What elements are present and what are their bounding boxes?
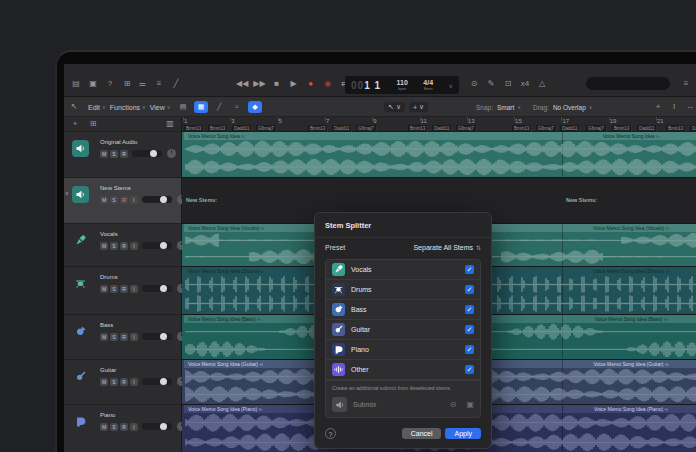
track-header-bass[interactable]: BassMSRI [64,315,181,360]
track-header-new-stems[interactable]: ∨New StemsMSRI [64,178,181,224]
count-in-icon[interactable]: ⊡ [502,77,514,91]
remove-submix-icon[interactable]: ⊖ [450,400,457,409]
stem-checkbox[interactable]: ✓ [465,325,474,334]
chord-marker[interactable]: Dadd11 [690,125,696,132]
solo-button[interactable]: S [110,423,118,431]
track-header-original-audio[interactable]: Original AudioMSR [64,132,181,178]
mute-button[interactable]: M [100,242,108,250]
lcd-display[interactable]: 001 1 110bpm 4/4Bmin ∨ [345,76,459,94]
volume-knob[interactable] [160,242,167,249]
volume-slider[interactable] [142,423,172,430]
mute-button[interactable]: M [100,333,108,341]
chord-marker[interactable]: G6maj7 [586,125,607,132]
capture-record-button[interactable]: ◉ [322,77,334,91]
chord-marker[interactable]: Bmin13 [184,125,204,132]
input-monitor-button[interactable]: I [130,333,138,341]
pointer-tool-selector[interactable]: ↖∨ [384,102,405,112]
pencil-tool-selector[interactable]: +∨ [409,102,428,112]
mute-button[interactable]: M [100,378,108,386]
chord-marker[interactable]: Bmin13 [612,125,632,132]
automation-icon[interactable]: ╱ [212,101,226,113]
input-monitor-button[interactable]: I [130,242,138,250]
chord-marker[interactable]: Bmin13 [208,125,228,132]
chord-marker[interactable]: Bmin13 [308,125,328,132]
duplicate-track-button[interactable]: ⊞ [87,117,99,131]
chord-marker[interactable]: Dadd11 [232,125,252,132]
input-monitor-button[interactable]: I [130,285,138,293]
input-monitor-button[interactable]: I [130,196,138,204]
text-cursor-icon[interactable]: I [668,100,680,114]
record-enable-button[interactable]: R [120,285,128,293]
stem-checkbox[interactable]: ✓ [465,365,474,374]
mute-button[interactable]: M [100,285,108,293]
solo-button[interactable]: S [110,196,118,204]
record-enable-button[interactable]: R [120,333,128,341]
smart-controls-icon[interactable]: ⚌ [136,77,148,91]
volume-slider[interactable] [132,150,162,157]
stem-row-guitar[interactable]: Guitar✓ [326,320,480,340]
list-editors-button[interactable]: ≡ [680,77,692,91]
functions-menu[interactable]: Functions∨ [110,104,146,111]
chord-marker[interactable]: G6maj7 [256,125,277,132]
track-header-guitar[interactable]: GuitarMSRI [64,360,181,405]
chord-marker[interactable]: Dadd11 [637,125,657,132]
record-enable-button[interactable]: R [120,242,128,250]
solo-button[interactable]: S [110,242,118,250]
track-header-drums[interactable]: DrumsMSRI [64,267,181,315]
crosshair-icon[interactable]: + [652,100,664,114]
volume-slider[interactable] [142,196,172,203]
record-enable-button[interactable]: R [120,423,128,431]
chord-marker[interactable]: Bmin13 [666,125,686,132]
record-button[interactable]: ● [305,77,317,91]
cancel-button[interactable]: Cancel [402,428,442,439]
volume-slider[interactable] [142,242,172,249]
grid-view-icon[interactable]: ▤ [176,101,190,113]
mixer-icon[interactable]: ≡ [153,77,165,91]
edit-menu[interactable]: Edit∨ [88,104,106,111]
stem-row-piano[interactable]: Piano✓ [326,340,480,360]
volume-slider[interactable] [142,333,172,340]
volume-knob[interactable] [160,196,167,203]
volume-slider[interactable] [142,378,172,385]
mute-button[interactable]: M [100,150,108,158]
inspector-icon[interactable]: ▣ [87,77,99,91]
stack-disclosure-icon[interactable]: ∨ [65,190,69,196]
rewind-button[interactable]: ◀◀ [236,77,248,91]
chord-marker[interactable]: G6maj7 [536,125,557,132]
chord-marker[interactable]: G6maj7 [456,125,477,132]
preset-dropdown[interactable]: Separate All Stems⇅ [413,244,481,251]
drag-selector[interactable]: No Overlap∨ [553,104,593,111]
stem-checkbox[interactable]: ✓ [465,265,474,274]
mute-button[interactable]: M [100,423,108,431]
track-header-vocals[interactable]: VocalsMSRI [64,224,181,267]
play-button[interactable]: ▶ [288,77,300,91]
pan-knob[interactable] [167,149,176,158]
stem-row-vocals[interactable]: Vocals✓ [326,260,480,280]
solo-button[interactable]: S [110,333,118,341]
solo-button[interactable]: S [110,285,118,293]
chord-marker[interactable]: Dadd11 [332,125,352,132]
stem-row-drums[interactable]: Drums✓ [326,280,480,300]
record-enable-button[interactable]: R [120,150,128,158]
regions-view-icon[interactable]: ▦ [194,101,208,113]
chord-marker[interactable]: Dadd11 [432,125,452,132]
tuner-icon[interactable]: ⊙ [468,77,480,91]
volume-slider[interactable] [142,285,172,292]
solo-button[interactable]: S [110,378,118,386]
bar-ruler[interactable]: 13579111315171921Bmin13Bmin13Dadd11G6maj… [182,117,696,132]
replace-icon[interactable]: ✎ [485,77,497,91]
forward-button[interactable]: ▶▶ [253,77,265,91]
mute-button[interactable]: M [100,196,108,204]
pointer-icon[interactable]: ↖ [68,100,80,114]
volume-knob[interactable] [160,423,167,430]
record-enable-button[interactable]: R [120,196,128,204]
flex-icon[interactable]: ≈ [230,101,244,113]
stem-checkbox[interactable]: ✓ [465,285,474,294]
stem-checkbox[interactable]: ✓ [465,345,474,354]
lcd-chevron-icon[interactable]: ∨ [449,82,453,89]
volume-knob[interactable] [160,333,167,340]
view-menu[interactable]: View∨ [150,104,171,111]
chord-marker[interactable]: Bmin13 [408,125,428,132]
volume-knob[interactable] [160,285,167,292]
volume-knob[interactable] [160,378,167,385]
